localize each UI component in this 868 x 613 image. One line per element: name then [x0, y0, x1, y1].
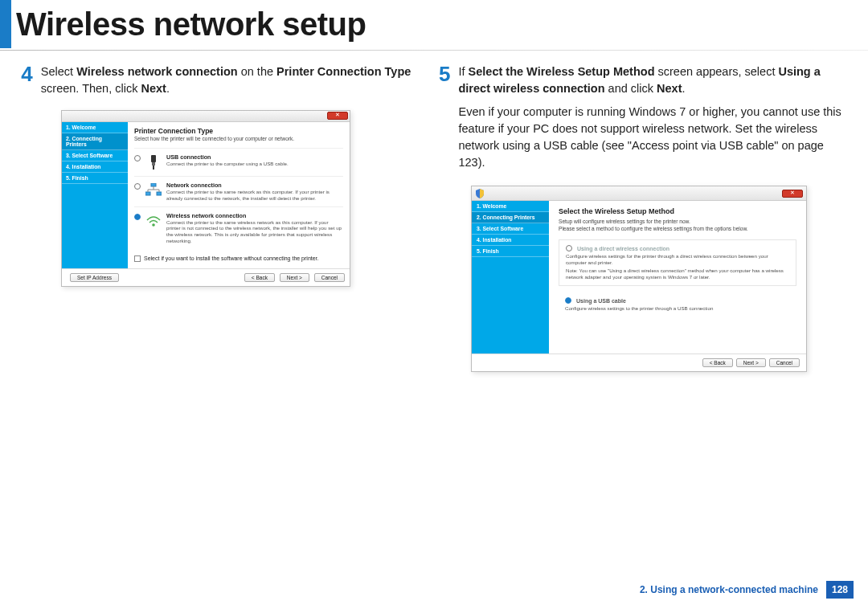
next-button[interactable]: Next >: [280, 273, 309, 282]
option-title: Wireless network connection: [166, 212, 343, 219]
network-icon: [145, 182, 162, 199]
option-title: USB connection: [166, 153, 343, 161]
back-button[interactable]: < Back: [702, 358, 733, 367]
option-wireless-connection[interactable]: Wireless network connection Connect the …: [134, 206, 343, 249]
option-network-connection[interactable]: Network connection Connect the printer t…: [134, 176, 343, 206]
panel-line: Please select a method to configure the …: [559, 226, 796, 231]
sidebar-item: 2. Connecting Printers: [62, 133, 128, 150]
option-direct-wireless[interactable]: Using a direct wireless connection Confi…: [559, 239, 796, 286]
option-usb-connection[interactable]: USB connection Connect the printer to th…: [134, 148, 343, 176]
window-titlebar: [472, 186, 806, 201]
sidebar-item: 1. Welcome: [62, 122, 128, 133]
sidebar-item: 2. Connecting Printers: [472, 212, 549, 223]
step-number-5: 5: [439, 63, 450, 85]
page-number: 128: [826, 581, 854, 599]
svg-rect-5: [157, 192, 162, 195]
step-5-text: If Select the Wireless Setup Method scre…: [458, 63, 844, 171]
close-icon[interactable]: [782, 190, 803, 198]
radio-icon[interactable]: [134, 214, 141, 220]
wizard-sidebar: 1. Welcome 2. Connecting Printers 3. Sel…: [62, 122, 128, 268]
svg-rect-1: [152, 162, 155, 166]
radio-icon[interactable]: [565, 297, 571, 304]
sidebar-item: 3. Select Software: [472, 223, 549, 235]
screenshot-printer-connection-type: 1. Welcome 2. Connecting Printers 3. Sel…: [61, 110, 350, 287]
option-title: Using a USB cable: [576, 298, 626, 304]
radio-icon[interactable]: [566, 245, 572, 251]
screenshot-wireless-setup-method: 1. Welcome 2. Connecting Printers 3. Sel…: [471, 186, 807, 372]
sidebar-item: 5. Finish: [62, 173, 128, 184]
cancel-button[interactable]: Cancel: [769, 358, 800, 367]
option-usb-cable[interactable]: Using a USB cable Configure wireless set…: [559, 294, 796, 317]
svg-rect-2: [153, 166, 154, 170]
option-note: Note: You can use "Using a direct wirele…: [566, 268, 789, 280]
option-title: Network connection: [166, 182, 343, 189]
usb-cable-icon: [145, 153, 162, 171]
footer-section: 2. Using a network-connected machine: [640, 584, 818, 595]
sidebar-item: 5. Finish: [472, 246, 549, 257]
panel-subtitle: Select how the printer will be connected…: [134, 136, 343, 141]
option-desc: Configure wireless settings to the print…: [565, 305, 790, 312]
svg-rect-4: [145, 192, 150, 195]
checkbox-label: Select if you want to install the softwa…: [144, 255, 319, 261]
page-footer: 2. Using a network-connected machine 128: [640, 581, 854, 599]
page-title: Wireless network setup: [16, 6, 366, 43]
sidebar-item: 3. Select Software: [62, 150, 128, 161]
svg-rect-0: [151, 155, 156, 162]
step-4-text: Select Wireless network connection on th…: [41, 63, 424, 97]
next-button[interactable]: Next >: [736, 358, 766, 367]
install-without-connection-checkbox[interactable]: Select if you want to install the softwa…: [134, 255, 343, 262]
panel-title: Select the Wireless Setup Method: [559, 207, 796, 215]
cancel-button[interactable]: Cancel: [314, 273, 345, 282]
svg-rect-3: [151, 183, 156, 186]
step-5-note: Even if your computer is running Windows…: [458, 105, 841, 169]
radio-icon[interactable]: [134, 183, 141, 190]
panel-title: Printer Connection Type: [134, 127, 343, 135]
back-button[interactable]: < Back: [244, 273, 275, 282]
option-title: Using a direct wireless connection: [577, 246, 669, 251]
close-icon[interactable]: [327, 112, 348, 120]
svg-point-6: [152, 223, 155, 227]
set-ip-address-button[interactable]: Set IP Address: [70, 273, 119, 282]
option-desc: Connect the printer to the same network …: [166, 189, 343, 202]
wizard-sidebar: 1. Welcome 2. Connecting Printers 3. Sel…: [472, 201, 549, 353]
panel-line: Setup will configure wireless settings f…: [559, 219, 796, 224]
wifi-icon: [145, 212, 162, 230]
sidebar-item: 4. Installation: [472, 235, 549, 246]
sidebar-item: 1. Welcome: [472, 201, 549, 212]
option-desc: Configure wireless settings for the prin…: [566, 253, 789, 266]
title-accent: [0, 0, 11, 48]
radio-icon[interactable]: [134, 155, 141, 161]
window-titlebar: [62, 111, 350, 122]
sidebar-item: 4. Installation: [62, 161, 128, 173]
step-number-4: 4: [19, 63, 33, 85]
shield-icon: [475, 189, 485, 198]
option-desc: Connect the printer to the computer usin…: [166, 161, 343, 167]
option-desc: Connect the printer to the same wireless…: [166, 219, 343, 244]
checkbox-icon[interactable]: [134, 255, 141, 262]
